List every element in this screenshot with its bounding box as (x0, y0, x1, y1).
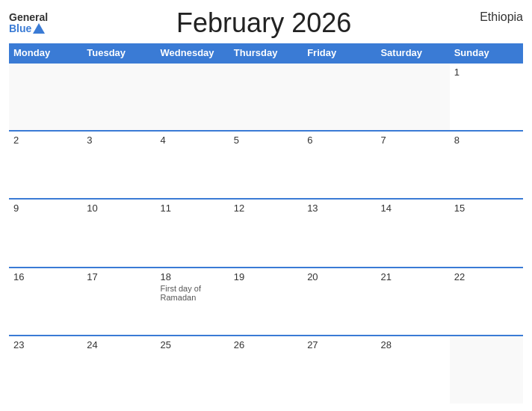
day-number: 23 (13, 339, 78, 350)
table-row: 4 (156, 131, 229, 199)
calendar-week-row: 2345678 (9, 131, 523, 199)
header-wednesday: Wednesday (156, 43, 229, 63)
header-thursday: Thursday (229, 43, 303, 63)
logo: General Blue (9, 12, 48, 35)
table-row: 27 (303, 336, 376, 404)
table-row: 5 (229, 131, 303, 199)
table-row: 2 (9, 131, 82, 199)
table-row (82, 63, 155, 131)
day-number: 9 (13, 203, 78, 214)
day-number: 3 (87, 135, 151, 146)
header-sunday: Sunday (450, 43, 523, 63)
table-row: 25 (156, 336, 229, 404)
day-number: 14 (380, 203, 445, 214)
table-row (303, 63, 376, 131)
day-number: 6 (307, 135, 371, 146)
day-number: 25 (161, 339, 225, 350)
table-row: 21 (376, 268, 449, 336)
day-number: 27 (307, 339, 371, 350)
day-number: 21 (380, 271, 445, 282)
table-row: 20 (303, 268, 376, 336)
day-number: 24 (87, 339, 151, 350)
calendar-week-row: 232425262728 (9, 336, 523, 404)
day-number: 1 (454, 67, 519, 78)
table-row: 28 (376, 336, 449, 404)
day-number: 19 (234, 271, 298, 282)
table-row: 16 (9, 268, 82, 336)
day-number: 26 (234, 339, 298, 350)
day-number: 5 (234, 135, 298, 146)
table-row: 22 (450, 268, 523, 336)
day-number: 2 (13, 135, 78, 146)
day-number: 12 (234, 203, 298, 214)
day-number: 4 (161, 135, 225, 146)
table-row: 23 (9, 336, 82, 404)
day-number: 22 (454, 271, 519, 282)
header-friday: Friday (303, 43, 376, 63)
table-row: 6 (303, 131, 376, 199)
table-row: 26 (229, 336, 303, 404)
day-number: 16 (13, 271, 78, 282)
table-row: 11 (156, 199, 229, 267)
day-number: 11 (161, 203, 225, 214)
table-row (229, 63, 303, 131)
table-row (9, 63, 82, 131)
table-row: 15 (450, 199, 523, 267)
header: General Blue February 2026 Ethiopia (9, 7, 523, 39)
table-row: 7 (376, 131, 449, 199)
day-number: 13 (307, 203, 371, 214)
calendar-page: General Blue February 2026 Ethiopia Mond… (0, 0, 532, 411)
table-row (156, 63, 229, 131)
table-row: 24 (82, 336, 155, 404)
table-row: 1 (450, 63, 523, 131)
day-number: 20 (307, 271, 371, 282)
logo-general-text: General (9, 12, 48, 23)
country-label: Ethiopia (480, 10, 523, 24)
table-row (376, 63, 449, 131)
table-row: 3 (82, 131, 155, 199)
calendar-week-row: 9101112131415 (9, 199, 523, 267)
table-row: 12 (229, 199, 303, 267)
table-row: 17 (82, 268, 155, 336)
weekday-header-row: Monday Tuesday Wednesday Thursday Friday… (9, 43, 523, 63)
day-number: 18 (161, 271, 225, 282)
header-monday: Monday (9, 43, 82, 63)
day-number: 8 (454, 135, 519, 146)
day-number: 28 (380, 339, 445, 350)
table-row: 18First day of Ramadan (156, 268, 229, 336)
header-saturday: Saturday (376, 43, 449, 63)
calendar-body: 123456789101112131415161718First day of … (9, 63, 523, 404)
table-row: 19 (229, 268, 303, 336)
calendar-week-row: 1 (9, 63, 523, 131)
table-row: 8 (450, 131, 523, 199)
table-row: 13 (303, 199, 376, 267)
calendar-week-row: 161718First day of Ramadan19202122 (9, 268, 523, 336)
logo-triangle-icon (33, 23, 45, 34)
calendar-table: Monday Tuesday Wednesday Thursday Friday… (9, 43, 523, 404)
table-row: 14 (376, 199, 449, 267)
table-row (450, 336, 523, 404)
day-number: 17 (87, 271, 151, 282)
day-number: 15 (454, 203, 519, 214)
header-tuesday: Tuesday (82, 43, 155, 63)
table-row: 10 (82, 199, 155, 267)
table-row: 9 (9, 199, 82, 267)
day-event: First day of Ramadan (161, 284, 225, 302)
day-number: 7 (380, 135, 445, 146)
calendar-title: February 2026 (48, 7, 480, 39)
day-number: 10 (87, 203, 151, 214)
logo-blue-text: Blue (9, 23, 48, 34)
